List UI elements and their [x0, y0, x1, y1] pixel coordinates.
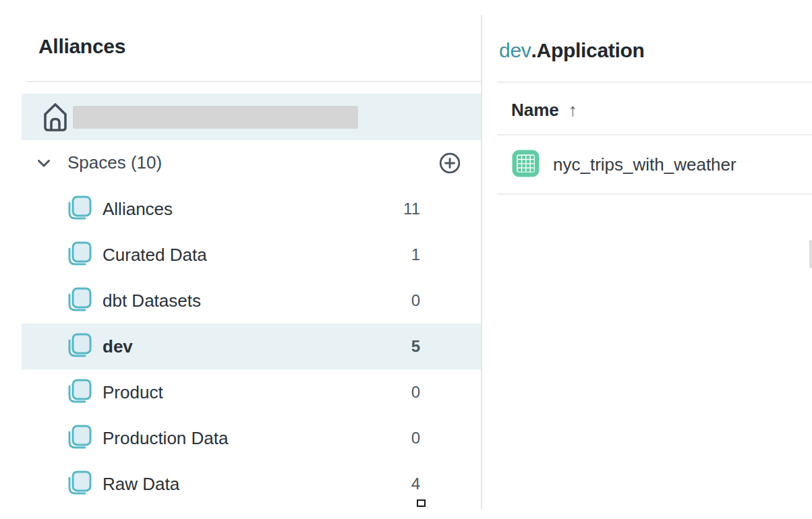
- dataset-table-icon: [512, 150, 540, 180]
- space-icon: [65, 424, 92, 455]
- space-count: 0: [339, 383, 420, 402]
- table-row-divider: [497, 193, 812, 195]
- add-space-button[interactable]: [438, 152, 461, 175]
- sidebar-item-product[interactable]: Product 0: [22, 369, 481, 415]
- space-icon: [65, 195, 92, 226]
- space-count: 0: [339, 429, 420, 448]
- space-label: Production Data: [103, 428, 228, 449]
- space-label: Curated Data: [103, 245, 207, 266]
- sidebar-item-dbt-datasets[interactable]: dbt Datasets 0: [22, 278, 481, 324]
- space-label: Raw Data: [103, 474, 179, 495]
- space-count: 4: [339, 475, 420, 493]
- space-icon: [65, 470, 92, 501]
- chevron-down-icon[interactable]: [35, 154, 53, 175]
- page-title: Alliances: [38, 35, 125, 58]
- sidebar-item-alliances[interactable]: Alliances 11: [22, 186, 481, 232]
- sort-ascending-icon[interactable]: ↑: [569, 100, 577, 121]
- space-count: 1: [339, 245, 420, 264]
- space-label: Alliances: [103, 199, 173, 220]
- space-icon: [65, 241, 92, 272]
- home-row[interactable]: [22, 94, 481, 140]
- stray-square-handle: [417, 499, 426, 507]
- space-label: dev: [103, 336, 133, 357]
- space-icon: [65, 378, 92, 409]
- sidebar-item-raw-data[interactable]: Raw Data 4: [22, 461, 481, 507]
- space-label: Product: [103, 382, 163, 403]
- space-count: 5: [339, 337, 420, 356]
- table-header: Name ↑: [511, 98, 577, 121]
- space-icon: [65, 286, 92, 317]
- sidebar-item-dev[interactable]: dev 5: [22, 324, 481, 369]
- dataset-name: nyc_trips_with_weather: [553, 154, 736, 175]
- left-panel-divider: [26, 81, 481, 82]
- space-count: 11: [339, 200, 420, 218]
- space-label: dbt Datasets: [103, 291, 201, 311]
- breadcrumb: dev.Application: [499, 39, 645, 62]
- spaces-section-header: Spaces (10): [22, 140, 481, 186]
- table-row[interactable]: nyc_trips_with_weather: [497, 135, 812, 193]
- space-count: 0: [339, 291, 420, 310]
- spaces-section-label: Spaces (10): [67, 152, 162, 173]
- right-panel-divider: [497, 82, 812, 83]
- breadcrumb-entity: .Application: [531, 39, 644, 61]
- home-icon: [42, 102, 68, 135]
- sidebar-item-production-data[interactable]: Production Data 0: [22, 415, 481, 461]
- redacted-text-bar: [73, 106, 358, 129]
- sidebar-item-curated-data[interactable]: Curated Data 1: [22, 232, 481, 278]
- scrollbar-thumb[interactable]: [809, 240, 812, 268]
- breadcrumb-space[interactable]: dev: [499, 39, 531, 61]
- space-icon: [65, 332, 92, 363]
- panel-divider: [481, 15, 482, 509]
- name-column-header[interactable]: Name: [511, 100, 559, 121]
